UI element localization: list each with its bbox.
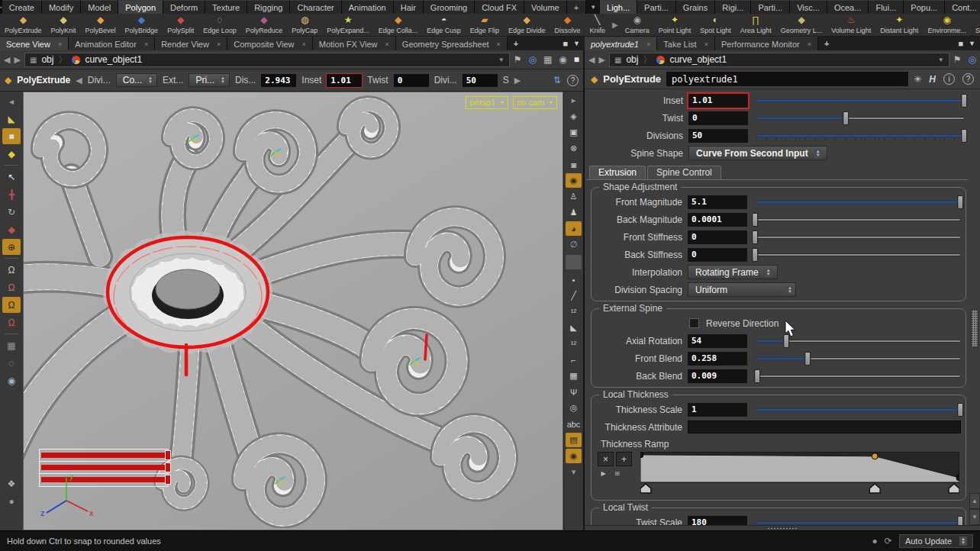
front-blend-slider[interactable] <box>755 352 961 366</box>
render-region-icon[interactable]: ▦ <box>2 337 21 353</box>
reverse-direction-checkbox[interactable] <box>689 318 699 328</box>
breadcrumb[interactable]: ▦ obj 〉 curve_object1 ▼ <box>24 53 510 67</box>
scene-viewport[interactable]: persp1▼ no cam▼ y x z <box>23 92 563 530</box>
slider-handle[interactable] <box>754 369 760 383</box>
shaded-objects-icon[interactable]: ◣ <box>2 111 21 127</box>
param-scrollbar-thumb[interactable] <box>971 309 978 347</box>
breadcrumb-root[interactable]: obj <box>41 54 53 65</box>
breadcrumb-root[interactable]: obj <box>626 54 638 65</box>
close-tab-icon[interactable]: × <box>301 40 305 48</box>
twist-slider[interactable] <box>756 111 965 125</box>
shelf-tab[interactable]: Volume <box>524 0 567 14</box>
breadcrumb[interactable]: ▦ obj 〉 curve_object1 ▼ <box>609 53 949 67</box>
link-display-icon[interactable]: ◉ <box>559 54 566 65</box>
toolbar-icon[interactable] <box>5 165 18 166</box>
nav-forward-icon[interactable]: ▶ <box>598 55 604 65</box>
op-help-icon[interactable]: ? <box>567 75 579 86</box>
shelf-tool-polybevel[interactable]: ◆PolyBevel <box>81 14 121 36</box>
shelf-tool-spotlight[interactable]: ◐Spot Light <box>695 14 736 36</box>
help-icon[interactable]: ? <box>962 73 974 85</box>
curve-hull-icon[interactable]: ⌐ <box>566 353 582 367</box>
toolbar-icon[interactable] <box>2 390 21 474</box>
op-inset-field[interactable]: 1.01 <box>327 74 362 87</box>
front-stiffness-slider[interactable] <box>755 230 961 244</box>
slider-handle[interactable] <box>783 334 789 348</box>
toolbar-icon[interactable] <box>5 334 18 334</box>
normals-icon[interactable]: Ψ <box>566 385 582 399</box>
op-sort-icon[interactable]: ⇅ <box>553 75 561 85</box>
back-stiffness-field[interactable]: 0 <box>688 248 747 262</box>
op-divisions-dropdown[interactable]: Co...▲▼ <box>116 73 157 87</box>
shelf-tab[interactable]: + <box>567 0 586 14</box>
shelf-tool-polyreduce[interactable]: ◆PolyReduce <box>241 14 288 36</box>
close-tab-icon[interactable]: × <box>58 40 62 48</box>
radial-menu-icon[interactable]: ◎ <box>528 54 536 65</box>
display-character-alt-icon[interactable]: ♟ <box>566 205 582 220</box>
spinner-icon[interactable]: ▲▼ <box>959 536 967 546</box>
auto-update-selector[interactable]: Auto Update ▲▼ <box>899 534 973 548</box>
tab-spine-control[interactable]: Spine Control <box>647 166 721 179</box>
shelf-scroll-arrow-icon[interactable]: ▶ <box>610 14 621 36</box>
op-extrusion-dropdown[interactable]: Pri...▲▼ <box>189 73 230 87</box>
mute-lights-icon[interactable]: ⊗ <box>566 141 582 156</box>
hud-slider[interactable] <box>40 450 168 462</box>
front-magnitude-slider[interactable] <box>755 195 961 209</box>
shelf-tool-edgeflip[interactable]: ▰Edge Flip <box>466 14 504 36</box>
close-tab-icon[interactable]: × <box>385 40 389 48</box>
polyextrude-node-icon[interactable]: ◆ <box>5 75 11 85</box>
shelf-tab[interactable]: Deform <box>163 0 205 14</box>
back-magnitude-slider[interactable] <box>755 213 961 227</box>
op-prev-icon[interactable]: ◀ <box>76 76 82 85</box>
slider-handle[interactable] <box>752 248 758 262</box>
front-stiffness-field[interactable]: 0 <box>688 230 747 244</box>
disc-tool-icon[interactable]: ● <box>2 493 21 509</box>
slider-handle[interactable] <box>752 213 758 227</box>
shelf-tab[interactable]: Cloud FX <box>475 0 524 14</box>
front-magnitude-field[interactable]: 5.1 <box>688 195 747 209</box>
prim-numbers-icon[interactable]: ¹² <box>566 337 582 351</box>
twist-scale-field[interactable]: 180 <box>688 516 747 526</box>
snap-primitive-icon[interactable]: Ω <box>2 279 21 295</box>
shelf-tab[interactable]: Grooming <box>424 0 475 14</box>
ramp-editor[interactable] <box>640 452 959 495</box>
slider-handle[interactable] <box>752 230 758 244</box>
hud-slider-handle[interactable] <box>165 475 171 485</box>
axial-rotation-field[interactable]: 54 <box>688 334 747 348</box>
twist-scale-slider[interactable] <box>755 516 961 526</box>
snap-point-icon[interactable]: Ω <box>2 297 21 313</box>
message-log-icon[interactable]: ● <box>872 536 878 546</box>
display-character-icon[interactable]: ♙ <box>566 189 582 204</box>
close-tab-icon[interactable]: × <box>217 40 221 48</box>
lock-camera-icon[interactable]: ▣ <box>566 125 582 140</box>
shelf-tab[interactable]: Character <box>290 0 341 14</box>
pane-splitter[interactable] <box>585 525 980 530</box>
thickness-scale-field[interactable]: 1 <box>688 403 747 417</box>
shelf-tool-skylight[interactable]: ◍Sky Light <box>971 14 980 36</box>
geometry-box-icon[interactable]: ■ <box>2 128 21 144</box>
toolbar-icon[interactable] <box>5 258 18 259</box>
inset-slider[interactable] <box>756 94 965 108</box>
shelf-tool-polysplit[interactable]: ◆PolySplit <box>163 14 198 36</box>
slider-handle[interactable] <box>843 111 849 125</box>
isolate-selection-icon[interactable]: ∅ <box>566 237 582 252</box>
info-icon[interactable]: i <box>943 73 955 85</box>
thickness-scale-slider[interactable] <box>755 403 961 417</box>
geometry-display-icon[interactable]: ▦ <box>543 54 552 65</box>
pane-tab[interactable]: Animation Editor× <box>69 37 155 50</box>
op-divisions-field[interactable]: 50 <box>463 74 498 87</box>
collapse-toolbar-icon[interactable]: ▸ <box>566 93 582 108</box>
maximize-pane-icon[interactable]: ■ <box>958 39 963 48</box>
pane-menu-caret-icon[interactable]: ▼ <box>969 40 975 47</box>
ramp-add-point-button[interactable]: + <box>616 452 632 466</box>
visibility-layers-icon[interactable]: ◈ <box>566 109 582 124</box>
ghost-geometry-icon[interactable]: ◙ <box>566 157 582 172</box>
shelf-tab[interactable]: Model <box>81 0 118 14</box>
rotate-tool-icon[interactable]: ↻ <box>2 204 21 220</box>
shelf-tool-arealight[interactable]: ∏Area Light <box>736 14 776 36</box>
shelf-tab[interactable]: Modify <box>42 0 81 14</box>
lasso-select-icon[interactable]: ◌ <box>2 355 21 371</box>
marquee-zoom-icon[interactable]: ▦ <box>566 369 582 383</box>
close-tab-icon[interactable]: × <box>646 40 650 48</box>
shelf-tool-edgedivide[interactable]: ◆Edge Divide <box>504 14 550 36</box>
shelf-tab[interactable]: Animation <box>342 0 394 14</box>
